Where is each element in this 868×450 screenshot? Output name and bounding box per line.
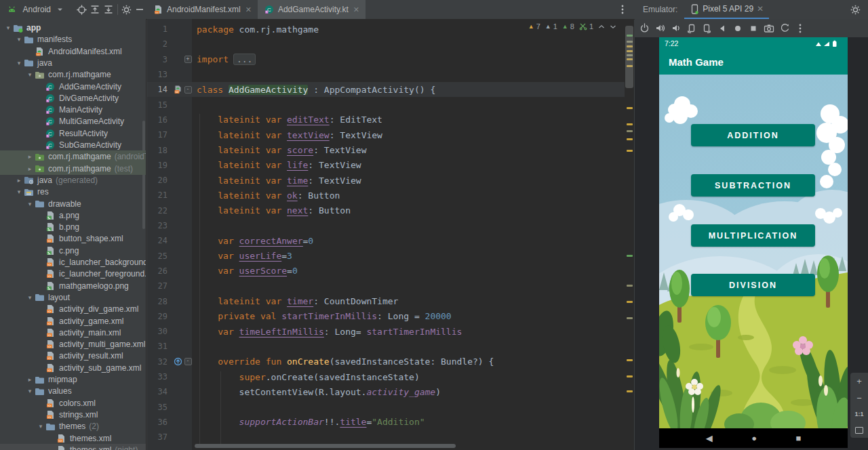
tree-item-b-png[interactable]: b.png	[0, 221, 146, 233]
stripe-mark[interactable]	[627, 285, 633, 287]
overview-icon[interactable]	[747, 22, 760, 35]
stripe-mark[interactable]	[627, 150, 633, 152]
volume-down-icon[interactable]	[669, 22, 682, 35]
tree-item-strings-xml[interactable]: <>strings.xml	[0, 409, 146, 421]
expand-all-icon[interactable]	[89, 2, 102, 17]
tree-item-c-png[interactable]: c.png	[0, 245, 146, 257]
chevron-right-icon[interactable]: ▸	[26, 153, 34, 160]
editor-vertical-scrollbar[interactable]	[625, 26, 633, 88]
chevron-right-icon[interactable]: ▸	[26, 376, 34, 383]
zoom-reset-button[interactable]: 1:1	[854, 410, 863, 419]
hide-panel-icon[interactable]	[133, 2, 146, 17]
close-icon[interactable]: ✕	[757, 4, 764, 14]
emulator-settings-gear-icon[interactable]	[848, 2, 863, 17]
tree-item-activity-multi-game-xml[interactable]: <>activity_multi_game.xml	[0, 338, 146, 350]
tree-item-addgameactivity[interactable]: CKAddGameActivity	[0, 81, 146, 93]
stripe-mark[interactable]	[627, 301, 633, 303]
editor-horizontal-scrollbar[interactable]	[195, 444, 456, 448]
settings-gear-icon[interactable]	[120, 2, 134, 17]
division-button[interactable]: DIVISION	[691, 274, 815, 296]
inspection-typo[interactable]: 1	[579, 22, 593, 30]
nav-back-icon[interactable]: ◀	[706, 433, 713, 443]
more-icon[interactable]	[794, 22, 806, 35]
chevron-down-icon[interactable]: ▾	[15, 36, 23, 43]
chevron-down-icon[interactable]: ▾	[26, 71, 34, 78]
tree-item-mathgamelogo-png[interactable]: mathgamelogo.png	[0, 280, 146, 292]
tree-item-activity-main-xml[interactable]: <>activity_main.xml	[0, 327, 146, 339]
stripe-mark[interactable]	[627, 123, 633, 125]
tree-item-button-shape-xml[interactable]: <>button_shape.xml	[0, 232, 146, 245]
chevron-down-icon[interactable]: ▾	[15, 60, 23, 66]
inspection-weak-warning[interactable]: ▲1	[545, 22, 557, 30]
tree-item-divgameactivity[interactable]: CKDivGameActivity	[0, 92, 146, 104]
tree-item-java[interactable]: ▾java	[0, 57, 146, 69]
tree-item-com-rj-mathgame[interactable]: ▸com.rj.mathgame(androidTest)	[0, 150, 146, 163]
inspection-warning[interactable]: ▲7	[528, 22, 540, 30]
chevron-down-icon[interactable]	[54, 2, 67, 17]
zoom-out-button[interactable]: −	[856, 394, 862, 403]
close-icon[interactable]: ✕	[353, 5, 359, 14]
inspection-widget[interactable]: ▲7▲1▲81	[528, 22, 616, 30]
stripe-mark[interactable]	[627, 107, 633, 109]
tab-addgameactivity[interactable]: CK AddGameActivity.kt ✕	[258, 0, 366, 19]
fold-marker[interactable]: -	[184, 358, 192, 365]
tree-item-activity-div-game-xml[interactable]: <>activity_div_game.xml	[0, 303, 146, 315]
tree-item-subgameactivity[interactable]: CKSubGameActivity	[0, 139, 146, 151]
tab-options-kebab-icon[interactable]	[615, 2, 630, 17]
next-problem-icon[interactable]	[610, 22, 616, 30]
inspection-suggestion[interactable]: ▲8	[562, 22, 574, 30]
rotate-right-icon[interactable]	[701, 22, 713, 35]
tree-item-themes-xml[interactable]: <>themes.xml	[0, 432, 146, 445]
power-icon[interactable]	[638, 22, 650, 35]
stripe-mark[interactable]	[627, 130, 633, 132]
chevron-down-icon[interactable]: ▾	[26, 294, 34, 301]
tree-item-app[interactable]: ▾app	[0, 22, 146, 34]
fit-to-window-button[interactable]	[855, 427, 863, 434]
chevron-down-icon[interactable]: ▾	[26, 388, 34, 394]
tree-item-com-rj-mathgame[interactable]: ▸com.rj.mathgame(test)	[0, 163, 146, 175]
stripe-mark[interactable]	[627, 390, 633, 392]
tab-androidmanifest[interactable]: <> AndroidManifest.xml ✕	[146, 0, 258, 19]
stripe-mark[interactable]	[627, 138, 633, 140]
prev-problem-icon[interactable]	[598, 22, 605, 30]
tree-item-androidmanifest-xml[interactable]: <>AndroidManifest.xml	[0, 45, 146, 58]
tree-item-themes[interactable]: ▾themes(2)	[0, 420, 146, 432]
tree-item-ic-launcher-background-xml[interactable]: <>ic_launcher_background.xml	[0, 256, 146, 268]
home-icon[interactable]	[732, 22, 744, 35]
emulator-device-tab[interactable]: Pixel 5 API 29 ✕	[684, 0, 769, 19]
tree-item-activity-result-xml[interactable]: <>activity_result.xml	[0, 350, 146, 362]
override-gutter-icon[interactable]	[172, 357, 184, 366]
chevron-down-icon[interactable]: ▾	[26, 201, 34, 207]
chevron-down-icon[interactable]: ▾	[15, 188, 23, 195]
collapse-all-icon[interactable]	[102, 2, 115, 17]
zoom-in-button[interactable]: +	[856, 377, 862, 386]
tree-item-com-rj-mathgame[interactable]: ▾com.rj.mathgame	[0, 68, 146, 81]
tree-item-resultactivity[interactable]: CKResultActivity	[0, 127, 146, 140]
tree-item-mainactivity[interactable]: CKMainActivity	[0, 104, 146, 116]
tree-item-manifests[interactable]: ▾manifests	[0, 33, 146, 45]
tree-item-mipmap[interactable]: ▸mipmap	[0, 373, 146, 386]
tree-item-a-png[interactable]: a.png	[0, 209, 146, 222]
chevron-right-icon[interactable]: ▸	[26, 165, 34, 172]
fold-marker[interactable]: +	[184, 56, 192, 63]
tree-item-colors-xml[interactable]: <>colors.xml	[0, 397, 146, 409]
stripe-mark[interactable]	[627, 359, 633, 361]
addition-button[interactable]: ADDITION	[691, 124, 815, 146]
stripe-mark[interactable]	[627, 255, 633, 257]
stripe-mark[interactable]	[627, 375, 633, 377]
tree-item-java[interactable]: ▸java(generated)	[0, 174, 146, 186]
tree-item-res[interactable]: ▾res	[0, 186, 146, 198]
chevron-right-icon[interactable]: ▸	[15, 177, 23, 184]
tree-item-activity-game-xml[interactable]: <>activity_game.xml	[0, 315, 146, 327]
tree-item-layout[interactable]: ▾layout	[0, 291, 146, 304]
tree-item-drawable[interactable]: ▾drawable	[0, 198, 146, 210]
tree-item-values[interactable]: ▾values	[0, 385, 146, 397]
camera-icon[interactable]	[763, 22, 775, 35]
back-icon[interactable]	[716, 22, 728, 35]
tree-item-activity-sub-game-xml[interactable]: <>activity_sub_game.xml	[0, 362, 146, 374]
nav-overview-icon[interactable]: ■	[795, 433, 801, 443]
code-editor[interactable]: 1package com.rj.mathgame23+import...1314…	[147, 19, 634, 450]
locate-file-icon[interactable]	[75, 2, 89, 17]
volume-up-icon[interactable]	[654, 22, 666, 35]
tree-item-themes-xml[interactable]: <>themes.xml(night)	[0, 444, 146, 450]
